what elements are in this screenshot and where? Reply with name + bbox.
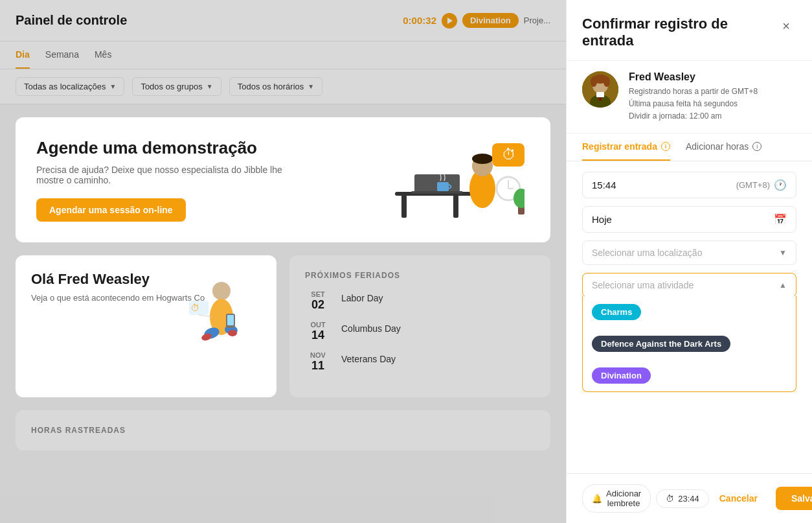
holiday-list: SET 02 Labor Day OUT 14 Columbus Day (305, 290, 535, 373)
tab-mes[interactable]: Mês (95, 41, 111, 69)
chevron-up-icon: ▲ (779, 281, 787, 290)
chevron-down-icon: ▼ (109, 83, 116, 90)
svg-point-31 (591, 76, 597, 87)
svg-point-22 (228, 330, 237, 336)
svg-point-7 (472, 154, 493, 164)
holidays-title: PRÓXIMOS FERIADOS (305, 271, 535, 280)
filter-locations[interactable]: Todas as localizações ▼ (16, 77, 124, 96)
location-placeholder: Selecionar uma localização (592, 248, 779, 258)
modal-footer: 🔔 Adicionar lembrete ⏱ 23:44 Cancelar Sa… (567, 473, 812, 523)
location-select[interactable]: Selecionar uma localização ▼ (582, 240, 796, 265)
info-icon: i (752, 142, 761, 151)
info-icon: i (661, 142, 670, 151)
avatar (582, 71, 618, 108)
add-reminder-button[interactable]: 🔔 Adicionar lembrete (582, 484, 651, 513)
activity-dropdown: Charms Defence Against the Dark Arts Div… (582, 296, 796, 392)
main-content: Agende uma demonstração Precisa de ajuda… (0, 104, 566, 522)
time-input-row[interactable]: 15:44 (GMT+8) 🕐 (582, 172, 796, 198)
project-label: Proje... (524, 16, 550, 25)
svg-rect-11 (437, 182, 449, 191)
user-name: Fred Weasley (629, 71, 758, 83)
time-chip-button[interactable]: ⏱ 23:44 (656, 489, 709, 508)
modal-panel: Confirmar registro deentrada × Fre (566, 0, 812, 523)
user-split-shift: Dividir a jornada: 12:00 am (629, 110, 758, 122)
two-col-row: Olá Fred Weasley Veja o que está acontec… (16, 255, 550, 397)
time-suffix: (GMT+8) 🕐 (736, 179, 787, 191)
svg-rect-35 (596, 92, 604, 97)
activity-pill-divination[interactable]: Divination (592, 367, 651, 384)
tab-add-hours[interactable]: Adicionar horas i (686, 134, 761, 161)
date-value: Hoje (592, 214, 774, 225)
calendar-icon: 📅 (774, 213, 787, 226)
demo-description: Precisa de ajuda? Deixe que nosso especi… (36, 165, 295, 185)
chevron-down-icon: ▼ (207, 83, 213, 90)
holidays-card: PRÓXIMOS FERIADOS SET 02 Labor Day OUT 1… (289, 255, 550, 397)
modal-header: Confirmar registro deentrada × (567, 0, 812, 61)
clock-icon: 🕐 (774, 179, 787, 191)
date-input-row[interactable]: Hoje 📅 (582, 206, 796, 233)
list-item: NOV 11 Veterans Day (305, 351, 535, 373)
save-button[interactable]: Salvar (776, 487, 812, 510)
filter-groups[interactable]: Todos os grupos ▼ (132, 77, 221, 96)
time-field: 15:44 (GMT+8) 🕐 (582, 172, 796, 198)
close-button[interactable]: × (776, 16, 796, 36)
tab-register-entry[interactable]: Registrar entrada i (582, 134, 670, 161)
activity-placeholder: Selecionar uma atividade (592, 280, 779, 290)
location-field: Selecionar uma localização ▼ (582, 240, 796, 265)
demo-illustration: ⏱ (382, 130, 524, 221)
activity-select[interactable]: Selecionar uma atividade ▲ (582, 273, 796, 297)
activity-badge[interactable]: Divination (462, 13, 519, 28)
svg-rect-4 (411, 191, 463, 194)
timer-display: 0:00:32 (403, 15, 436, 26)
timer-icon: ⏱ (666, 494, 674, 504)
list-item[interactable]: Defence Against the Dark Arts (583, 328, 796, 360)
tab-dia[interactable]: Dia (16, 41, 30, 69)
svg-point-17 (212, 282, 231, 300)
header-right: 0:00:32 Divination Proje... (403, 13, 550, 29)
demo-button[interactable]: Agendar uma sessão on-line (36, 198, 186, 222)
svg-point-32 (603, 76, 610, 87)
tab-semana[interactable]: Semana (45, 41, 79, 69)
user-details: Fred Weasley Registrando horas a partir … (629, 71, 758, 123)
header: Painel de controle 0:00:32 Divination Pr… (0, 0, 566, 41)
activity-field: Selecionar uma atividade ▲ Charms Defenc… (582, 273, 796, 392)
activity-pill-dark-arts[interactable]: Defence Against the Dark Arts (592, 336, 730, 352)
modal-title: Confirmar registro deentrada (582, 16, 728, 50)
time-value: 15:44 (592, 180, 736, 191)
list-item: OUT 14 Columbus Day (305, 321, 535, 342)
play-button[interactable] (442, 13, 457, 29)
chevron-down-icon: ▼ (779, 248, 787, 257)
reminder-icon: 🔔 (592, 494, 602, 504)
tab-bar: Dia Semana Mês (0, 41, 566, 69)
user-timezone: Registrando horas a partir de GMT+8 (629, 86, 758, 98)
welcome-illustration: ⏱ (179, 268, 264, 349)
modal-form: 15:44 (GMT+8) 🕐 Hoje 📅 Selecionar uma lo… (567, 161, 812, 473)
svg-text:⏱: ⏱ (190, 303, 199, 313)
chevron-down-icon: ▼ (308, 83, 314, 90)
list-item[interactable]: Divination (583, 360, 796, 391)
cancel-button[interactable]: Cancelar (709, 487, 768, 510)
page-title: Painel de controle (16, 13, 127, 28)
demo-card: Agende uma demonstração Precisa de ajuda… (16, 117, 550, 242)
svg-line-27 (199, 315, 212, 317)
date-field: Hoje 📅 (582, 206, 796, 233)
svg-rect-2 (453, 195, 458, 218)
svg-point-16 (513, 189, 524, 208)
user-info: Fred Weasley Registrando horas a partir … (567, 61, 812, 134)
list-item[interactable]: Charms (583, 296, 796, 328)
activity-pill-charms[interactable]: Charms (592, 304, 641, 320)
timer-badge: 0:00:32 Divination Proje... (403, 13, 550, 29)
svg-rect-24 (227, 315, 234, 325)
list-item: SET 02 Labor Day (305, 290, 535, 312)
footer-left: 🔔 Adicionar lembrete ⏱ 23:44 (582, 484, 709, 513)
hours-title: HORAS RASTREADAS (31, 426, 535, 435)
svg-rect-1 (401, 195, 407, 218)
filter-schedules[interactable]: Todos os horários ▼ (229, 77, 323, 96)
footer-right: Cancelar Salvar (709, 487, 812, 510)
svg-text:⏱: ⏱ (502, 146, 516, 163)
hours-section: HORAS RASTREADAS (16, 410, 550, 450)
modal-tab-bar: Registrar entrada i Adicionar horas i (567, 134, 812, 161)
user-last-break: Última pausa feita há segundos (629, 98, 758, 110)
welcome-card: Olá Fred Weasley Veja o que está acontec… (16, 255, 276, 397)
filter-bar: Todas as localizações ▼ Todos os grupos … (0, 69, 566, 104)
